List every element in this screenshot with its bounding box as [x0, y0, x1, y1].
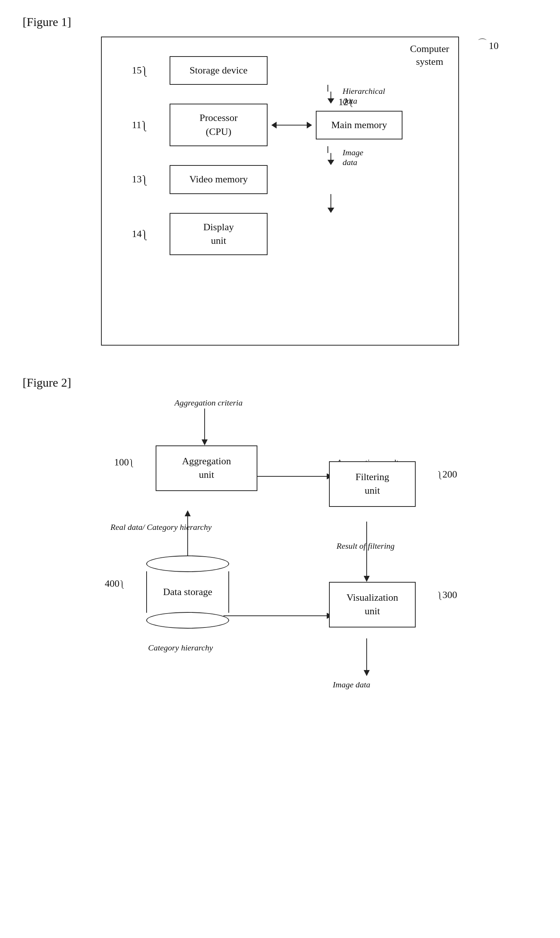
storage-device-box: Storage device [169, 56, 268, 85]
display-unit-row: 14 ∫ Display unit [109, 213, 451, 255]
figure1-label: [Figure 1] [23, 15, 537, 29]
ref-100-label: 100 ∫ [114, 457, 133, 468]
cylinder-body: Data storage [146, 571, 229, 613]
arrow-down-1b [328, 92, 334, 104]
ref-400-label: 400 ∫ [105, 578, 123, 589]
cylinder-bottom [146, 612, 229, 629]
video-memory-box: Video memory [169, 165, 268, 194]
arrow-line-2 [328, 146, 328, 153]
svg-marker-7 [364, 576, 370, 582]
ref-14-num: 14 [132, 228, 142, 240]
display-unit-box: Display unit [169, 213, 268, 255]
storage-row: 15 ∫ Storage device [109, 56, 451, 85]
ref-200-label: ∫ 200 [438, 469, 457, 480]
arrow-line-2b [331, 153, 331, 160]
figure1-section: [Figure 1] 10 ⌒ Computer system 15 ∫ Sto… [23, 15, 537, 346]
arrowhead-left [271, 122, 277, 129]
figure2-label: [Figure 2] [23, 376, 537, 390]
aggregation-criteria-label: Aggregation criteria [174, 397, 243, 409]
ref-15-num: 15 [132, 65, 142, 76]
computer-system-box: Computer system 15 ∫ Storage device [101, 37, 459, 346]
svg-marker-5 [185, 510, 191, 516]
arrow-down-2 [328, 146, 328, 153]
svg-marker-11 [364, 670, 370, 676]
fig2-arrows-svg [73, 397, 487, 767]
processor-box: Processor (CPU) [169, 104, 268, 146]
figure1-container: 10 ⌒ Computer system 15 ∫ Storage device [73, 37, 487, 346]
image-data-label: Image data [343, 148, 363, 167]
cylinder-wrapper: Data storage [146, 555, 229, 629]
arrowhead-2 [328, 160, 334, 165]
svg-marker-1 [202, 440, 208, 446]
arrow-down-3-wrap [226, 194, 334, 213]
arrow-line-h [277, 125, 307, 126]
aggregation-unit-box: Aggregation unit [155, 446, 257, 491]
visualization-unit-group: Visualization unit ∫ 300 [329, 582, 416, 627]
main-memory-box: Main memory [316, 111, 403, 140]
main-memory-group: 12 ∫ Main memory [316, 111, 403, 140]
figure2-container: Aggregation criteria 100 ∫ Aggregation u… [73, 397, 487, 767]
image-data-arrow: Image data [226, 146, 334, 165]
data-storage-label: Data storage [147, 585, 228, 599]
real-data-label: Real data/ Category hierarchy [111, 521, 212, 533]
visualization-unit-box: Visualization unit [329, 582, 416, 627]
arrow-line-1b [331, 92, 331, 98]
processor-row: 11 ∫ Processor (CPU) [109, 104, 451, 146]
result-filtering-label: Result of filtering [337, 540, 395, 552]
fig2-inner: Aggregation criteria 100 ∫ Aggregation u… [73, 397, 487, 767]
hierarchical-data-arrow: Hierarchical data [226, 85, 334, 104]
ref-11-label: 11 ∫ [132, 119, 146, 131]
double-arrow-h [271, 122, 312, 129]
arrow-down-3 [328, 194, 334, 213]
arrowhead-1 [328, 98, 334, 104]
category-hierarchy-label: Category hierarchy [148, 642, 213, 654]
ref-10: 10 [489, 40, 498, 52]
arrow-line-3 [331, 194, 331, 208]
ref-300-label: ∫ 300 [438, 589, 457, 601]
arrowhead-3 [328, 208, 334, 213]
aggregation-unit-group: 100 ∫ Aggregation unit [155, 446, 257, 491]
ref-15-label: 15 ∫ [132, 65, 146, 77]
arrow-down-1 [328, 85, 328, 92]
fig1-inner: 15 ∫ Storage device Hierarchical data [109, 45, 451, 266]
cylinder-top [146, 555, 229, 572]
filtering-unit-box: Filtering unit [329, 461, 416, 507]
figure2-section: [Figure 2] [23, 376, 537, 767]
ref-14-label: 14 ∫ [132, 228, 146, 240]
arrowhead-right [307, 122, 312, 129]
ref-12-label: 12 ∫ [338, 97, 352, 108]
arrow-down-2b [328, 153, 334, 165]
filtering-unit-group: Filtering unit ∫ 200 [329, 461, 416, 507]
image-data-label-2: Image data [333, 680, 371, 690]
ref-13-label: 13 ∫ [132, 173, 146, 185]
arrow-line-1 [328, 85, 328, 92]
data-storage-group: 400 ∫ Data storage [146, 555, 229, 629]
ref-12-num: 12 [338, 97, 348, 108]
ref-11-num: 11 [132, 120, 141, 131]
ref-13-num: 13 [132, 174, 142, 185]
video-memory-row: 13 ∫ Video memory [109, 165, 451, 194]
